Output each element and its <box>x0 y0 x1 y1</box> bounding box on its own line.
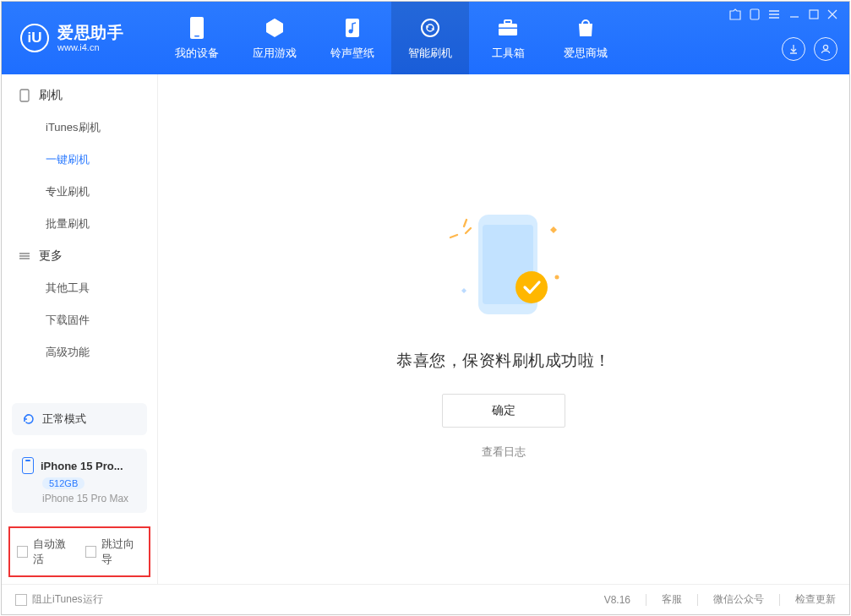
checkbox-icon <box>85 546 96 558</box>
phone-icon <box>185 16 209 40</box>
svg-point-4 <box>422 19 439 36</box>
sidebar-item-download-firmware[interactable]: 下载固件 <box>2 304 157 336</box>
logo-block: iU 爱思助手 www.i4.cn <box>2 24 158 52</box>
nav-label: 工具箱 <box>492 46 525 61</box>
device-icon <box>19 89 30 102</box>
svg-rect-1 <box>194 35 199 37</box>
storage-badge: 512GB <box>42 477 85 489</box>
divider <box>697 594 698 606</box>
download-icon[interactable] <box>782 37 805 61</box>
view-log-link[interactable]: 查看日志 <box>482 444 526 460</box>
svg-rect-9 <box>810 10 818 19</box>
cube-icon <box>263 16 286 40</box>
svg-point-15 <box>516 271 548 303</box>
checkbox-label: 阻止iTunes运行 <box>32 592 103 607</box>
nav-apps-games[interactable]: 应用游戏 <box>236 2 314 74</box>
support-link[interactable]: 客服 <box>662 592 682 607</box>
highlighted-options: 自动激活 跳过向导 <box>8 526 150 577</box>
success-message: 恭喜您，保资料刷机成功啦！ <box>396 350 611 372</box>
app-title: 爱思助手 <box>57 24 123 42</box>
svg-point-12 <box>555 275 559 279</box>
checkbox-auto-activate[interactable]: 自动激活 <box>17 537 74 567</box>
svg-rect-11 <box>20 90 29 101</box>
music-note-icon <box>341 16 364 40</box>
sidebar-group-more[interactable]: 更多 <box>2 240 157 272</box>
checkbox-icon <box>15 594 27 606</box>
device-model: iPhone 15 Pro Max <box>42 493 137 504</box>
toolbox-icon <box>496 16 520 40</box>
nav-label: 爱思商城 <box>564 46 608 61</box>
more-icon <box>19 252 30 260</box>
sidebar-group-label: 刷机 <box>39 88 63 103</box>
phone-switch-icon[interactable] <box>750 8 760 20</box>
bag-icon <box>574 16 597 40</box>
sidebar-item-batch-flash[interactable]: 批量刷机 <box>2 208 157 240</box>
svg-rect-8 <box>750 9 759 19</box>
nav-label: 应用游戏 <box>253 46 297 61</box>
app-subtitle: www.i4.cn <box>57 42 123 53</box>
user-icon[interactable] <box>814 37 837 61</box>
logo-icon: iU <box>20 24 49 52</box>
refresh-icon <box>22 412 35 426</box>
sidebar: 刷机 iTunes刷机 一键刷机 专业刷机 批量刷机 更多 其他工具 下载固件 … <box>2 74 158 584</box>
nav-smart-flash[interactable]: 智能刷机 <box>391 2 469 74</box>
checkbox-skip-wizard[interactable]: 跳过向导 <box>85 537 142 567</box>
menu-icon[interactable] <box>768 9 780 19</box>
sidebar-item-other-tools[interactable]: 其他工具 <box>2 272 157 304</box>
success-illustration-icon <box>432 199 576 330</box>
update-link[interactable]: 检查更新 <box>795 592 836 607</box>
checkbox-block-itunes[interactable]: 阻止iTunes运行 <box>15 592 103 607</box>
sidebar-item-itunes-flash[interactable]: iTunes刷机 <box>2 112 157 144</box>
theme-icon[interactable] <box>729 8 741 20</box>
device-name: iPhone 15 Pro... <box>41 460 123 472</box>
close-icon[interactable] <box>827 9 837 19</box>
sidebar-item-oneclick-flash[interactable]: 一键刷机 <box>2 144 157 176</box>
svg-rect-7 <box>499 27 517 29</box>
app-window: iU 爱思助手 www.i4.cn 我的设备 应用游戏 铃声壁纸 智能刷机 <box>1 1 850 615</box>
svg-rect-6 <box>505 20 511 24</box>
titlebar: iU 爱思助手 www.i4.cn 我的设备 应用游戏 铃声壁纸 智能刷机 <box>2 2 849 74</box>
nav-label: 智能刷机 <box>408 46 452 61</box>
checkbox-icon <box>17 546 28 558</box>
sidebar-item-pro-flash[interactable]: 专业刷机 <box>2 176 157 208</box>
divider <box>646 594 646 606</box>
nav: 我的设备 应用游戏 铃声壁纸 智能刷机 工具箱 爱思商城 <box>158 2 625 74</box>
maximize-icon[interactable] <box>809 9 819 19</box>
sidebar-group-label: 更多 <box>39 248 63 264</box>
sidebar-item-advanced[interactable]: 高级功能 <box>2 336 157 368</box>
ok-button[interactable]: 确定 <box>442 394 565 428</box>
nav-store[interactable]: 爱思商城 <box>547 2 625 74</box>
nav-toolbox[interactable]: 工具箱 <box>469 2 547 74</box>
phone-icon <box>22 457 34 474</box>
checkbox-label: 自动激活 <box>33 537 74 567</box>
wechat-link[interactable]: 微信公众号 <box>713 592 764 607</box>
mode-label: 正常模式 <box>42 412 86 427</box>
window-controls <box>729 2 849 74</box>
sidebar-group-flash[interactable]: 刷机 <box>2 79 157 112</box>
mode-panel[interactable]: 正常模式 <box>12 403 147 435</box>
version-label: V8.16 <box>604 594 630 606</box>
refresh-shield-icon <box>418 16 442 40</box>
svg-point-10 <box>823 45 827 49</box>
nav-ringtone-wallpaper[interactable]: 铃声壁纸 <box>314 2 391 74</box>
device-panel[interactable]: iPhone 15 Pro... 512GB iPhone 15 Pro Max <box>12 449 147 513</box>
svg-rect-5 <box>499 24 517 35</box>
statusbar: 阻止iTunes运行 V8.16 客服 微信公众号 检查更新 <box>2 584 849 614</box>
main-content: 恭喜您，保资料刷机成功啦！ 确定 查看日志 <box>158 74 849 584</box>
checkbox-label: 跳过向导 <box>101 537 142 567</box>
nav-label: 铃声壁纸 <box>330 46 374 61</box>
divider <box>779 594 780 606</box>
nav-my-device[interactable]: 我的设备 <box>158 2 236 74</box>
nav-label: 我的设备 <box>175 46 219 61</box>
minimize-icon[interactable] <box>788 8 800 20</box>
